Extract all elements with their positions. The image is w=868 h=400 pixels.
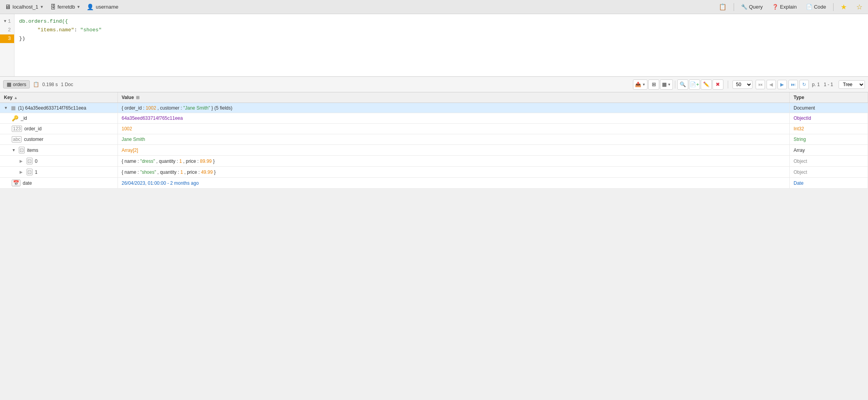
results-toolbar: ▦ orders 📋 0.198 s 1 Doc 📤 ▼ ⊞ ▦ ▼ 🔍 📄+ … <box>0 77 868 92</box>
line-num-2: 2 <box>0 26 14 34</box>
object-icon-0: ⊡ <box>27 158 33 164</box>
code-icon: 📄 <box>806 4 812 10</box>
document-icon: ▦ <box>11 105 16 111</box>
edit-button[interactable]: ✏️ <box>701 79 712 90</box>
user-icon: 👤 <box>87 4 94 11</box>
expand-arrow-items[interactable]: ▼ <box>12 148 16 152</box>
view-button[interactable]: ▦ ▼ <box>660 79 673 90</box>
view-mode-select[interactable]: Tree Table JSON <box>839 80 865 89</box>
star-outline-icon: ☆ <box>856 3 863 11</box>
timing-icon: 📋 <box>33 81 39 87</box>
type-cell-items0: Object <box>790 156 868 167</box>
line-num-3: 3 <box>0 34 14 43</box>
table-row[interactable]: abc customer Jane Smith String <box>0 134 868 145</box>
results-container: Key ▲ Value ⊞ Type ▼ ▦ (1) <box>0 92 868 189</box>
value-cell-items0: { name : "dress" , quantity : 1 , price … <box>118 156 790 167</box>
page-label: p. 1 <box>812 82 820 87</box>
array-icon: ⊡ <box>19 147 25 153</box>
next-page-button[interactable]: ▶ <box>778 80 787 89</box>
table-row[interactable]: ▶ ⊡ 1 { name : "shoes" , quantity : 1 , … <box>0 167 868 178</box>
type-cell-items: Array <box>790 145 868 156</box>
first-page-button[interactable]: ⏮ <box>756 80 765 89</box>
copy-button[interactable]: 📋 <box>716 2 729 11</box>
line-numbers: ▼ 1 2 3 <box>0 14 14 76</box>
value-cell-id: 64a35eed633714f765c11eea <box>118 113 790 124</box>
line-num-1: ▼ 1 <box>0 17 14 26</box>
columns-button[interactable]: ⊞ <box>648 79 659 90</box>
top-bar-right: 📋 🔧 Query ❓ Explain 📄 Code ★ ☆ <box>716 2 865 12</box>
expand-arrow-items0[interactable]: ▶ <box>20 159 24 163</box>
favorite-filled-button[interactable]: ★ <box>838 2 849 12</box>
toolbar-icons: 📤 ▼ ⊞ ▦ ▼ 🔍 📄+ ✏️ ✖ <box>633 79 723 90</box>
expand-arrow-document[interactable]: ▼ <box>4 106 9 110</box>
top-bar: 🖥 localhost_1 ▼ 🗄 ferretdb ▼ 👤 username … <box>0 0 868 14</box>
field-icon-orderid: 123 <box>12 126 22 132</box>
doc-count: 1 Doc <box>61 82 73 87</box>
database-label: ferretdb <box>58 4 75 10</box>
key-cell-items: ▼ ⊡ items <box>0 145 118 156</box>
edit-icon: ✏️ <box>703 81 709 87</box>
key-cell-customer: abc customer <box>0 134 118 145</box>
code-content[interactable]: db.orders.find({ "items.name": "shoes" }… <box>14 14 868 76</box>
table-icon: ▦ <box>7 81 11 87</box>
star-filled-icon: ★ <box>841 3 847 11</box>
type-cell-date: Date <box>790 178 868 189</box>
database-icon: 🗄 <box>50 4 56 10</box>
separator-2 <box>833 3 834 11</box>
type-cell-document: Document <box>790 103 868 113</box>
refresh-button[interactable]: ↻ <box>799 80 809 89</box>
delete-button[interactable]: ✖ <box>712 79 723 90</box>
connection-arrow: ▼ <box>40 5 44 9</box>
table-row[interactable]: 123 order_id 1002 Int32 <box>0 124 868 134</box>
search-button[interactable]: 🔍 <box>677 79 688 90</box>
columns-icon: ⊞ <box>652 81 656 87</box>
database-item[interactable]: 🗄 ferretdb ▼ <box>49 3 82 11</box>
server-icon: 🖥 <box>5 4 11 11</box>
export-button[interactable]: 📤 ▼ <box>633 79 647 90</box>
expand-arrow-items1[interactable]: ▶ <box>20 170 24 174</box>
query-button[interactable]: 🔧 Query <box>739 3 765 11</box>
username-label: username <box>96 4 118 10</box>
key-cell-document: ▼ ▦ (1) 64a35eed633714f765c11eea <box>0 103 118 113</box>
key-cell-date: 📅 date <box>0 178 118 189</box>
value-cell-items: Array[2] <box>118 145 790 156</box>
separator-1 <box>734 3 734 11</box>
key-items1: 1 <box>35 169 38 175</box>
key-items0: 0 <box>35 159 38 164</box>
collection-tab[interactable]: ▦ orders <box>3 80 30 88</box>
key-cell-orderid: 123 order_id <box>0 124 118 134</box>
code-button[interactable]: 📄 Code <box>804 3 828 11</box>
table-row[interactable]: 🔑 _id 64a35eed633714f765c11eea ObjectId <box>0 113 868 124</box>
add-icon: 📄+ <box>690 81 699 87</box>
value-cell-document: { order_id : 1002 , customer : "Jane Smi… <box>118 103 790 113</box>
field-icon-customer: abc <box>12 136 22 142</box>
table-row[interactable]: ▼ ▦ (1) 64a35eed633714f765c11eea { order… <box>0 103 868 113</box>
table-body: ▼ ▦ (1) 64a35eed633714f765c11eea { order… <box>0 103 868 189</box>
last-page-button[interactable]: ⏭ <box>788 80 798 89</box>
results-table: Key ▲ Value ⊞ Type ▼ ▦ (1) <box>0 92 868 189</box>
editor-area: ▼ 1 2 3 db.orders.find({ "items.name": "… <box>0 14 868 77</box>
per-page-select[interactable]: 50 100 200 <box>732 80 752 89</box>
fold-arrow-1[interactable]: ▼ <box>4 17 6 26</box>
explain-button[interactable]: ❓ Explain <box>770 3 799 11</box>
key-customer: customer <box>24 137 43 142</box>
favorite-outline-button[interactable]: ☆ <box>854 2 865 12</box>
code-line-1: db.orders.find({ <box>19 17 863 26</box>
code-line-3: }) <box>19 34 863 43</box>
key-orderid: order_id <box>24 126 42 132</box>
code-line-2: "items.name": "shoes" <box>19 26 863 34</box>
export-icon: 📤 <box>635 81 641 87</box>
table-row[interactable]: 📅 date 26/04/2023, 01:00:00 - 2 months a… <box>0 178 868 189</box>
value-cell-customer: Jane Smith <box>118 134 790 145</box>
table-row[interactable]: ▼ ⊡ items Array[2] Array <box>0 145 868 156</box>
table-row[interactable]: ▶ ⊡ 0 { name : "dress" , quantity : 1 , … <box>0 156 868 167</box>
key-cell-items0: ▶ ⊡ 0 <box>0 156 118 167</box>
connection-item[interactable]: 🖥 localhost_1 ▼ <box>3 3 45 11</box>
prev-page-button[interactable]: ◀ <box>767 80 776 89</box>
top-bar-left: 🖥 localhost_1 ▼ 🗄 ferretdb ▼ 👤 username <box>3 3 712 11</box>
key-cell-items1: ▶ ⊡ 1 <box>0 167 118 178</box>
view-arrow: ▼ <box>667 83 671 86</box>
user-item[interactable]: 👤 username <box>85 3 120 11</box>
key-icon: 🔑 <box>12 115 18 121</box>
add-button[interactable]: 📄+ <box>689 79 700 90</box>
